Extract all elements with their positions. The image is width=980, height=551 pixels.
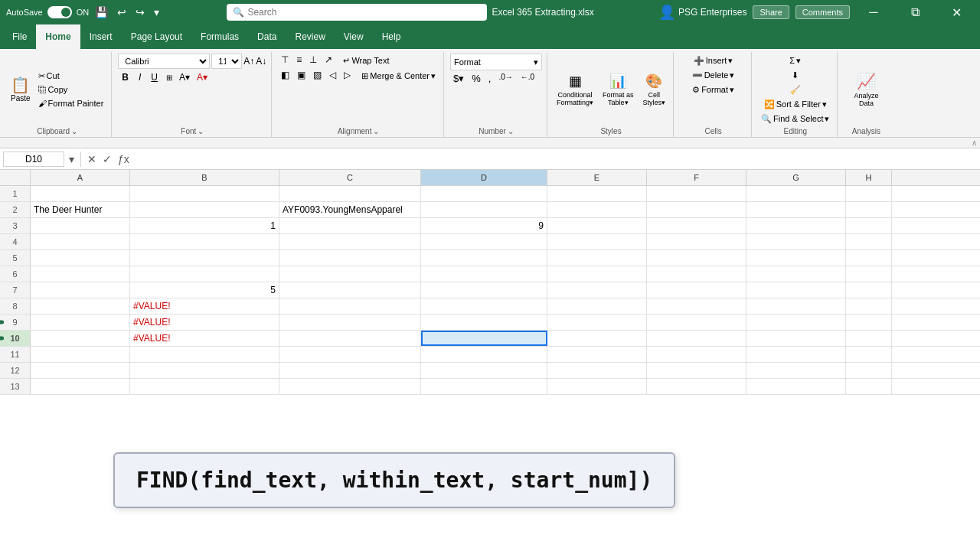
cell-a11[interactable] (31, 347, 130, 362)
underline-button[interactable]: U (147, 70, 162, 84)
cancel-formula-button[interactable]: ✕ (86, 152, 98, 167)
fill-button[interactable]: ⬇ (789, 68, 802, 82)
cell-g1[interactable] (746, 186, 846, 201)
tab-insert[interactable]: Insert (80, 24, 122, 49)
cell-e11[interactable] (547, 347, 647, 362)
fill-color-button[interactable]: A▾ (177, 71, 192, 83)
decrease-font-button[interactable]: A↓ (256, 56, 266, 67)
increase-indent-button[interactable]: ▷ (341, 69, 354, 83)
cell-h9[interactable] (846, 315, 892, 330)
cell-h10[interactable] (846, 331, 892, 346)
insert-cells-button[interactable]: ➕ Insert ▾ (691, 54, 737, 67)
cell-d2[interactable] (421, 202, 547, 217)
comma-button[interactable]: , (485, 72, 495, 85)
align-right-button[interactable]: ▨ (310, 69, 325, 83)
cell-d6[interactable] (421, 266, 547, 282)
cell-b12[interactable] (130, 363, 279, 378)
cell-f3[interactable] (647, 218, 746, 233)
cell-h8[interactable] (846, 298, 892, 314)
number-expand-icon[interactable]: ⌄ (508, 127, 514, 135)
cell-c6[interactable] (279, 266, 421, 282)
font-color-button[interactable]: A▾ (194, 71, 210, 83)
italic-button[interactable]: I (135, 70, 145, 84)
cell-b8[interactable]: #VALUE! (130, 298, 279, 314)
paste-button[interactable]: 📋 Paste (8, 68, 34, 111)
cell-g5[interactable] (746, 250, 846, 266)
cell-f2[interactable] (647, 202, 746, 217)
cell-styles-button[interactable]: 🎨 CellStyles▾ (640, 70, 669, 109)
cell-a7[interactable] (31, 282, 130, 298)
row-num-8[interactable]: 8 (0, 298, 31, 314)
tab-view[interactable]: View (335, 24, 373, 49)
cell-c12[interactable] (279, 363, 421, 378)
cell-g13[interactable] (746, 379, 846, 394)
cell-h2[interactable] (846, 202, 892, 217)
cell-c10[interactable] (279, 331, 421, 346)
cell-g3[interactable] (746, 218, 846, 233)
name-box-dropdown[interactable]: ▾ (67, 152, 76, 167)
row-num-3[interactable]: 3 (0, 218, 31, 233)
format-cells-button[interactable]: ⚙ Format ▾ (689, 83, 737, 96)
cell-e13[interactable] (547, 379, 647, 394)
row-num-2[interactable]: 2 (0, 202, 31, 217)
clear-button[interactable]: 🧹 (787, 83, 804, 96)
cell-g6[interactable] (746, 266, 846, 282)
format-as-table-button[interactable]: 📊 Format asTable▾ (599, 70, 637, 109)
cell-d7[interactable] (421, 282, 547, 298)
cell-c8[interactable] (279, 298, 421, 314)
cell-d13[interactable] (421, 379, 547, 394)
cell-f12[interactable] (647, 363, 746, 378)
increase-font-button[interactable]: A↑ (243, 56, 254, 67)
decrease-indent-button[interactable]: ◁ (326, 69, 339, 83)
cell-e1[interactable] (547, 186, 647, 201)
cell-b9[interactable]: #VALUE! (130, 315, 279, 330)
tab-review[interactable]: Review (286, 24, 334, 49)
cell-g2[interactable] (746, 202, 846, 217)
cell-h6[interactable] (846, 266, 892, 282)
cell-e5[interactable] (547, 250, 647, 266)
align-bottom-button[interactable]: ⊥ (306, 54, 320, 67)
font-size-select[interactable]: 11 (211, 54, 242, 69)
font-family-select[interactable]: Calibri (118, 54, 210, 69)
cell-g12[interactable] (746, 363, 846, 378)
cell-f9[interactable] (647, 315, 746, 330)
cell-d5[interactable] (421, 250, 547, 266)
decrease-decimal-button[interactable]: .0→ (495, 72, 515, 85)
bold-button[interactable]: B (118, 70, 132, 84)
cell-c1[interactable] (279, 186, 421, 201)
share-button[interactable]: Share (753, 5, 789, 19)
col-header-c[interactable]: C (279, 170, 421, 185)
col-header-a[interactable]: A (31, 170, 130, 185)
cell-b5[interactable] (130, 250, 279, 266)
cell-f6[interactable] (647, 266, 746, 282)
row-num-9[interactable]: 9 (0, 315, 31, 330)
align-top-button[interactable]: ⊤ (278, 54, 292, 67)
cell-e8[interactable] (547, 298, 647, 314)
analyze-data-button[interactable]: 📈 AnalyzeData (851, 70, 881, 109)
cell-f10[interactable] (647, 331, 746, 346)
corner-cell[interactable] (0, 170, 31, 185)
format-painter-button[interactable]: 🖌 Format Painter (35, 96, 107, 110)
currency-button[interactable]: $▾ (450, 72, 467, 85)
angle-text-button[interactable]: ↗ (322, 54, 335, 67)
undo-button[interactable]: ↩ (114, 5, 129, 20)
align-middle-button[interactable]: ≡ (293, 54, 305, 67)
cell-d10[interactable] (421, 331, 547, 346)
cell-f11[interactable] (647, 347, 746, 362)
cell-d11[interactable] (421, 347, 547, 362)
row-num-10[interactable]: 10 (0, 331, 31, 346)
tab-help[interactable]: Help (373, 24, 410, 49)
col-header-f[interactable]: F (647, 170, 746, 185)
restore-button[interactable]: ⧉ (897, 0, 933, 24)
cell-a6[interactable] (31, 266, 130, 282)
grid-container[interactable]: 1 2 The Deer Hunter AYF0093.YoungMensApp… (0, 186, 980, 551)
cell-e10[interactable] (547, 331, 647, 346)
cell-c3[interactable] (279, 218, 421, 233)
row-num-4[interactable]: 4 (0, 234, 31, 249)
cell-g9[interactable] (746, 315, 846, 330)
row-num-7[interactable]: 7 (0, 282, 31, 298)
border-button[interactable]: ⊞ (164, 73, 175, 83)
cell-b1[interactable] (130, 186, 279, 201)
cell-a13[interactable] (31, 379, 130, 394)
col-header-h[interactable]: H (846, 170, 892, 185)
